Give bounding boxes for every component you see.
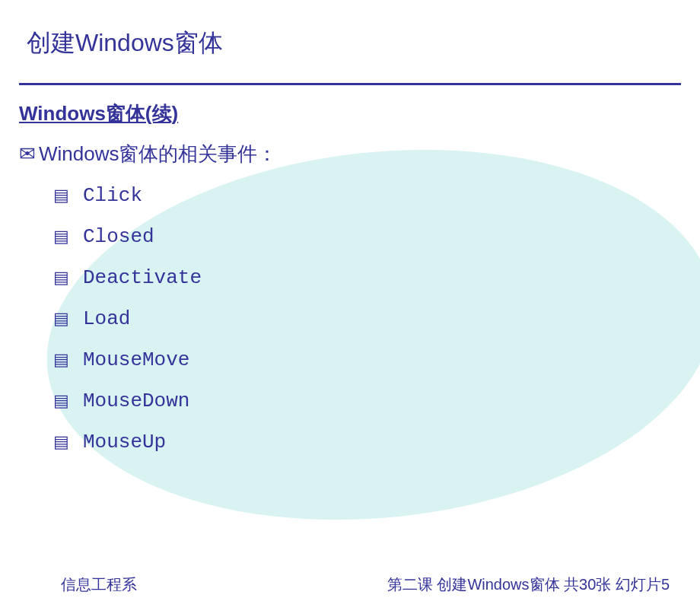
document-icon: ▤ [53, 268, 69, 288]
document-icon: ▤ [53, 350, 69, 370]
intro-line: ✉ Windows窗体的相关事件： [0, 127, 700, 167]
list-item: ▤ Load [53, 298, 700, 339]
list-item: ▤ MouseUp [53, 422, 700, 463]
document-icon: ▤ [53, 432, 69, 452]
slide-footer: 信息工程系 第二课 创建Windows窗体 共30张 幻灯片5 [0, 574, 700, 595]
event-name: Click [83, 184, 142, 207]
list-item: ▤ MouseMove [53, 339, 700, 380]
list-item: ▤ Click [53, 175, 700, 216]
document-icon: ▤ [53, 309, 69, 329]
section-heading: Windows窗体(续) [0, 85, 700, 127]
event-name: Deactivate [83, 266, 202, 289]
event-name: Load [83, 307, 130, 330]
document-icon: ▤ [53, 391, 69, 411]
event-list: ▤ Click ▤ Closed ▤ Deactivate ▤ Load ▤ M… [0, 167, 700, 463]
event-name: MouseMove [83, 348, 189, 371]
slide-content: 创建Windows窗体 Windows窗体(续) ✉ Windows窗体的相关事… [0, 0, 700, 463]
intro-text: Windows窗体的相关事件： [39, 141, 277, 167]
list-item: ▤ Closed [53, 216, 700, 257]
document-icon: ▤ [53, 227, 69, 247]
event-name: MouseUp [83, 431, 166, 453]
list-item: ▤ Deactivate [53, 257, 700, 298]
footer-right: 第二课 创建Windows窗体 共30张 幻灯片5 [387, 574, 670, 595]
event-name: Closed [83, 225, 154, 248]
list-item: ▤ MouseDown [53, 380, 700, 422]
document-icon: ▤ [53, 186, 69, 205]
envelope-icon: ✉ [19, 142, 36, 166]
event-name: MouseDown [83, 390, 189, 412]
footer-left: 信息工程系 [61, 574, 137, 595]
slide-title: 创建Windows窗体 [0, 0, 700, 60]
